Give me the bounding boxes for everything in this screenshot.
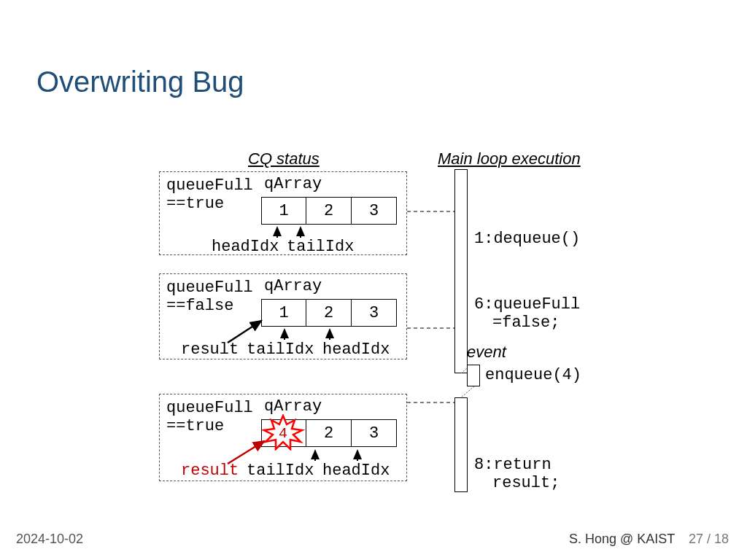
main-loop-header: Main loop execution — [438, 149, 581, 168]
cq-status-header: CQ status — [248, 149, 320, 168]
exec-bar-top — [454, 169, 468, 373]
qcell: 1 — [261, 299, 306, 327]
svg-line-14 — [461, 386, 474, 397]
qfull-1: queueFull ==true — [166, 176, 253, 213]
footer-page: 27 / 18 — [689, 532, 729, 546]
tailidx-2: tailIdx — [247, 341, 314, 359]
burst-icon: 4 — [261, 414, 305, 451]
qarray-label-2: qArray — [264, 277, 322, 295]
headidx-1: headIdx — [212, 238, 279, 256]
qcell: 2 — [306, 197, 352, 225]
headidx-3: headIdx — [322, 462, 390, 480]
qarray-2: 1 2 3 — [261, 299, 397, 327]
footer-date: 2024-10-02 — [16, 532, 83, 547]
enqueue-label: enqueue(4) — [485, 366, 581, 384]
step-return-a: 8:return — [474, 456, 551, 474]
qfull-3: queueFull ==true — [166, 399, 253, 435]
qcell: 1 — [261, 197, 306, 225]
step-dequeue: 1:dequeue() — [474, 230, 580, 248]
qarray-label-1: qArray — [264, 175, 322, 193]
result-2: result — [181, 341, 239, 359]
qcell: 3 — [352, 197, 397, 225]
footer-author: S. Hong @ KAIST — [569, 532, 675, 546]
headidx-2: headIdx — [322, 341, 390, 359]
tailidx-3: tailIdx — [247, 462, 314, 480]
tailidx-1: tailIdx — [287, 238, 354, 256]
qarray-label-3: qArray — [264, 397, 322, 416]
svg-text:4: 4 — [279, 425, 287, 442]
slide-title: Overwriting Bug — [36, 66, 244, 98]
qcell: 2 — [306, 299, 352, 327]
step-queuefull-a: 6:queueFull — [474, 295, 580, 314]
event-label: event — [467, 343, 506, 362]
result-3: result — [181, 462, 239, 480]
qcell: 3 — [352, 299, 397, 327]
exec-bar-event — [467, 365, 480, 386]
exec-bar-bottom — [454, 397, 468, 492]
qcell: 3 — [352, 419, 397, 447]
qfull-2: queueFull ==false — [166, 279, 253, 315]
step-return-b: result; — [492, 474, 560, 492]
footer-author-page: S. Hong @ KAIST 27 / 18 — [569, 532, 729, 547]
step-queuefull-b: =false; — [492, 314, 560, 332]
qarray-1: 1 2 3 — [261, 197, 397, 225]
qcell: 2 — [306, 419, 352, 447]
